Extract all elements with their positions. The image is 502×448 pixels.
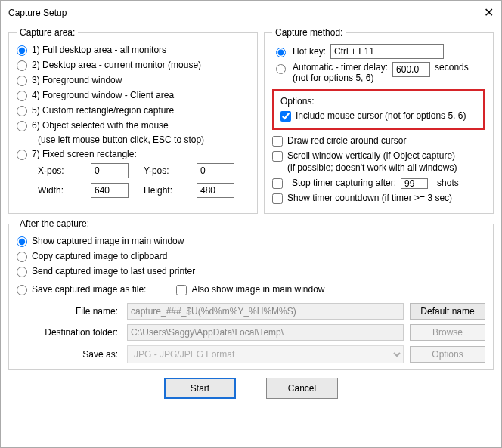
filename-label: File name: xyxy=(38,306,121,317)
radio-fixed-rect-input[interactable] xyxy=(17,150,27,160)
stop-timer-prefix: Stop timer capturing after: xyxy=(292,177,396,189)
capture-area-legend: Capture area: xyxy=(17,27,78,38)
stop-timer-suffix: shots xyxy=(437,177,459,189)
start-button[interactable]: Start xyxy=(164,378,236,399)
radio-foreground-client-input[interactable] xyxy=(17,91,27,101)
radio-fixed-rect-label: 7) Fixed screen rectangle: xyxy=(32,148,137,160)
height-label: Height: xyxy=(144,185,189,196)
radio-copy-clipboard-label: Copy captured image to clipboard xyxy=(32,250,167,262)
options-legend: Options: xyxy=(280,96,477,107)
stop-timer-input[interactable] xyxy=(401,178,428,189)
dest-folder-input[interactable] xyxy=(127,324,404,341)
radio-desktop-area-input[interactable] xyxy=(17,60,27,71)
radio-object-selected-label: 6) Object selected with the mouse xyxy=(32,119,169,131)
radio-desktop-area[interactable]: 2) Desktop area - current monitor (mouse… xyxy=(17,59,249,71)
check-also-show-row[interactable]: Also show image in main window xyxy=(176,283,324,295)
ypos-input[interactable] xyxy=(197,163,234,178)
capture-area-group: Capture area: 1) Full desktop area - all… xyxy=(8,27,258,214)
xpos-label: X-pos: xyxy=(38,165,83,176)
radio-show-main-label: Show captured image in main window xyxy=(32,235,184,247)
radio-foreground-client-label: 4) Foreground window - Client area xyxy=(32,89,174,101)
check-include-cursor-row[interactable]: Include mouse cursor (not for options 5,… xyxy=(280,110,477,122)
radio-show-main-input[interactable] xyxy=(17,236,27,247)
dest-folder-label: Destination folder: xyxy=(38,327,121,338)
check-show-countdown[interactable] xyxy=(272,193,283,204)
check-scroll-window[interactable] xyxy=(272,151,283,162)
check-scroll-window-label: Scroll window vertically (if Object capt… xyxy=(287,150,455,161)
seconds-label: seconds xyxy=(435,62,469,73)
radio-object-selected-input[interactable] xyxy=(17,121,27,131)
radio-custom-rect-input[interactable] xyxy=(17,106,27,116)
width-input[interactable] xyxy=(91,183,129,198)
after-capture-legend: After the capture: xyxy=(17,218,92,229)
radio-custom-rect[interactable]: 5) Custom rectangle/region capture xyxy=(17,104,249,116)
capture-method-group: Capture method: Hot key: Automatic - tim… xyxy=(264,27,494,214)
hotkey-input[interactable] xyxy=(330,44,444,59)
options-highlight-box: Options: Include mouse cursor (not for o… xyxy=(272,89,485,130)
close-icon[interactable]: ✕ xyxy=(463,5,494,20)
check-show-countdown-label: Show timer countdown (if timer >= 3 sec) xyxy=(287,192,452,204)
radio-send-printer-input[interactable] xyxy=(17,267,27,277)
capture-method-legend: Capture method: xyxy=(272,27,346,38)
radio-full-desktop-input[interactable] xyxy=(17,45,27,56)
check-draw-red-circle-row[interactable]: Draw red circle around cursor xyxy=(272,134,485,147)
check-include-cursor[interactable] xyxy=(280,111,291,122)
filename-input[interactable] xyxy=(127,303,404,320)
hotkey-label: Hot key: xyxy=(293,46,326,57)
object-selected-note: (use left mouse button click, ESC to sto… xyxy=(38,134,249,145)
radio-foreground-label: 3) Foreground window xyxy=(32,74,122,86)
radio-automatic[interactable]: Automatic - timer delay: (not for option… xyxy=(272,62,485,83)
ypos-label: Y-pos: xyxy=(144,165,189,176)
radio-save-file-input[interactable] xyxy=(17,285,27,295)
radio-foreground-input[interactable] xyxy=(17,76,27,86)
check-include-cursor-label: Include mouse cursor (not for options 5,… xyxy=(296,110,466,122)
radio-copy-clipboard[interactable]: Copy captured image to clipboard xyxy=(17,250,485,262)
radio-automatic-input[interactable] xyxy=(276,64,286,74)
default-name-button[interactable]: Default name xyxy=(410,303,485,320)
radio-custom-rect-label: 5) Custom rectangle/region capture xyxy=(32,104,174,116)
check-draw-red-circle-label: Draw red circle around cursor xyxy=(287,134,406,147)
check-scroll-window-note: (if possible; doesn't work with all wind… xyxy=(287,162,457,173)
radio-hotkey-input[interactable] xyxy=(276,48,286,57)
radio-copy-clipboard-input[interactable] xyxy=(17,252,27,262)
check-scroll-window-row[interactable]: Scroll window vertically (if Object capt… xyxy=(272,150,485,174)
check-also-show-label: Also show image in main window xyxy=(191,283,324,295)
options-button[interactable]: Options xyxy=(410,346,485,363)
radio-send-printer-label: Send captured image to last used printer xyxy=(32,265,195,277)
radio-fixed-rect[interactable]: 7) Fixed screen rectangle: xyxy=(17,148,249,160)
automatic-delay-input[interactable] xyxy=(392,62,430,77)
automatic-label: Automatic - timer delay: xyxy=(293,62,388,73)
check-draw-red-circle[interactable] xyxy=(272,136,283,147)
radio-full-desktop[interactable]: 1) Full desktop area - all monitors xyxy=(17,44,249,56)
radio-desktop-area-label: 2) Desktop area - current monitor (mouse… xyxy=(32,59,201,71)
radio-save-file-label: Save captured image as file: xyxy=(32,283,146,295)
radio-hotkey[interactable]: Hot key: xyxy=(272,44,485,59)
radio-object-selected[interactable]: 6) Object selected with the mouse xyxy=(17,119,249,131)
radio-show-main[interactable]: Show captured image in main window xyxy=(17,235,485,247)
check-also-show[interactable] xyxy=(176,285,187,295)
radio-send-printer[interactable]: Send captured image to last used printer xyxy=(17,265,485,277)
saveas-select[interactable]: JPG - JPG/JPEG Format xyxy=(127,345,404,363)
automatic-note: (not for options 5, 6) xyxy=(293,73,373,83)
titlebar: Capture Setup ✕ xyxy=(1,1,501,24)
after-capture-group: After the capture: Show captured image i… xyxy=(8,218,494,370)
check-stop-timer-row[interactable]: Stop timer capturing after: shots xyxy=(272,177,485,189)
radio-foreground[interactable]: 3) Foreground window xyxy=(17,74,249,86)
check-show-countdown-row[interactable]: Show timer countdown (if timer >= 3 sec) xyxy=(272,192,485,204)
radio-full-desktop-label: 1) Full desktop area - all monitors xyxy=(32,44,166,56)
height-input[interactable] xyxy=(197,183,234,198)
saveas-label: Save as: xyxy=(38,349,121,360)
cancel-button[interactable]: Cancel xyxy=(266,378,338,399)
check-stop-timer[interactable] xyxy=(272,178,283,189)
xpos-input[interactable] xyxy=(91,163,129,178)
browse-button[interactable]: Browse xyxy=(410,324,485,341)
width-label: Width: xyxy=(38,185,83,196)
radio-foreground-client[interactable]: 4) Foreground window - Client area xyxy=(17,89,249,101)
radio-save-file[interactable]: Save captured image as file: xyxy=(17,283,146,295)
window-title: Capture Setup xyxy=(8,8,67,18)
